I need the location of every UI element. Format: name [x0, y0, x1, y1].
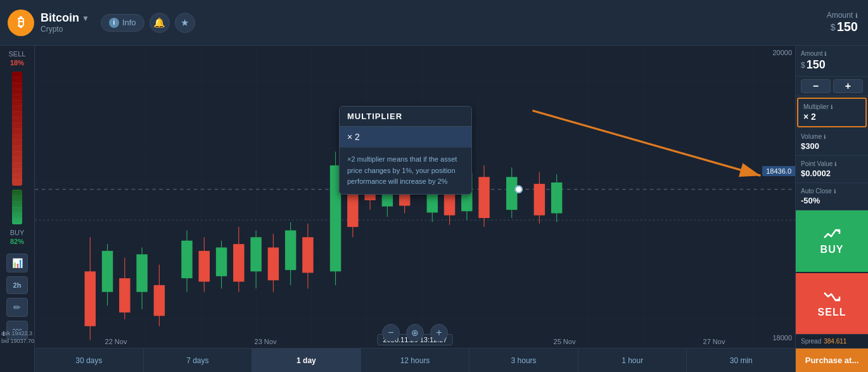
sell-button[interactable]: SELL — [796, 273, 868, 335]
svg-rect-20 — [233, 244, 244, 281]
left-sidebar: SELL 18% BUY 82% 📊 2h ✏ 〰 ask 19422.3 11… — [0, 46, 35, 372]
svg-rect-24 — [268, 248, 279, 281]
point-value-section: Point Value ℹ $0.0002 — [796, 156, 868, 183]
asset-type: Crypto — [41, 25, 89, 34]
crosshair-btn[interactable]: ⊕ — [406, 324, 424, 342]
amount-minus-btn[interactable]: − — [801, 79, 831, 93]
svg-rect-10 — [136, 254, 147, 292]
sell-bar — [12, 72, 22, 186]
amount-section-label: Amount — [801, 50, 822, 57]
dropdown-icon[interactable]: ▼ — [82, 14, 89, 23]
tf-30min[interactable]: 30 min — [687, 349, 795, 372]
chart-controls: − ⊕ + — [382, 324, 448, 342]
amount-currency: $ — [831, 22, 836, 32]
amount-number: 150 — [807, 58, 826, 72]
amount-label: Amount — [827, 11, 853, 20]
svg-rect-4 — [85, 271, 96, 326]
sell-percent: 18% — [10, 58, 24, 67]
ask-info-icon: ℹ — [3, 330, 5, 337]
chart-svg — [35, 46, 795, 372]
buy-chart-icon — [823, 226, 841, 241]
amount-plus-btn[interactable]: + — [833, 79, 863, 93]
volume-label: Volume — [801, 133, 822, 140]
svg-rect-18 — [216, 248, 227, 276]
zoom-out-btn[interactable]: − — [382, 324, 400, 342]
auto-close-info-icon: ℹ — [834, 188, 836, 195]
chart-area: 20000 18000 18436.0 MULTIPLIER × 2 ×2 mu… — [35, 46, 795, 372]
info-icon: i — [109, 18, 119, 28]
auto-close-value: -50% — [801, 196, 863, 205]
multiplier-popup: MULTIPLIER × 2 ×2 multiplier means that … — [339, 106, 472, 195]
point-value-display: $0.0002 — [801, 169, 863, 178]
volume-section: Volume ℹ $300 — [796, 129, 868, 156]
spread-section: Spread 384.611 — [796, 334, 868, 348]
tf-12hours[interactable]: 12 hours — [361, 349, 470, 372]
spread-value: 384.611 — [824, 338, 846, 345]
draw-icon-btn[interactable]: ✏ — [6, 298, 28, 317]
tf-30days[interactable]: 30 days — [35, 349, 144, 372]
svg-rect-28 — [302, 237, 313, 273]
buy-bar — [12, 189, 22, 224]
timeframe-bar: 30 days 7 days 1 day 12 hours 3 hours 1 … — [35, 348, 795, 372]
tf-1hour[interactable]: 1 hour — [578, 349, 687, 372]
svg-rect-48 — [506, 177, 517, 210]
tf-1day[interactable]: 1 day — [252, 349, 361, 372]
svg-rect-8 — [119, 278, 130, 312]
amount-section: Amount ℹ $ 150 — [796, 46, 868, 77]
tf-3hours[interactable]: 3 hours — [469, 349, 578, 372]
multiplier-popup-option[interactable]: × 2 — [340, 127, 471, 148]
auto-close-section: Auto Close ℹ -50% — [796, 183, 868, 210]
star-button[interactable]: ★ — [175, 13, 195, 33]
point-value-label: Point Value — [801, 160, 833, 167]
info-button[interactable]: i Info — [101, 14, 144, 32]
multiplier-section: Multiplier ℹ × 2 — [797, 98, 867, 127]
right-panel: Amount ℹ $ 150 − + Multiplier ℹ × 2 Volu… — [795, 46, 868, 372]
svg-rect-14 — [181, 241, 192, 278]
amount-controls: − + — [796, 77, 868, 96]
multiplier-value-display[interactable]: × 2 — [803, 112, 860, 122]
spread-label: Spread — [801, 338, 821, 345]
svg-rect-46 — [478, 177, 489, 218]
purchase-button[interactable]: Purchase at... — [796, 348, 868, 372]
sell-label: SELL — [9, 49, 26, 58]
svg-rect-51 — [534, 184, 545, 215]
current-price-label: 18436.0 — [762, 166, 795, 176]
svg-rect-6 — [102, 251, 113, 292]
amount-dollar: $ — [801, 61, 805, 70]
svg-rect-26 — [285, 231, 296, 271]
bitcoin-logo: ₿ — [8, 10, 34, 36]
volume-icon-btn[interactable]: 📊 — [6, 253, 28, 273]
multiplier-section-label: Multiplier — [803, 103, 829, 110]
svg-rect-0 — [35, 46, 795, 372]
ask-bid-label: ask 19422.3 11000 bid 19037.700000 — [1, 330, 35, 345]
buy-percent: 82% — [10, 237, 24, 246]
amount-info-icon: ℹ — [824, 51, 826, 57]
zoom-in-btn[interactable]: + — [430, 324, 448, 342]
tf-7days[interactable]: 7 days — [144, 349, 253, 372]
timeframe-btn[interactable]: 2h — [6, 276, 28, 294]
multiplier-info-icon: ℹ — [831, 104, 833, 110]
sell-chart-icon — [823, 289, 841, 304]
svg-rect-22 — [250, 237, 261, 271]
amount-value-header: 150 — [837, 20, 858, 34]
top-price-label: 20000 — [772, 49, 792, 56]
buy-button[interactable]: BUY — [796, 210, 868, 273]
multiplier-popup-desc: ×2 multiplier means that if the asset pr… — [340, 148, 471, 194]
asset-name: Bitcoin — [41, 11, 79, 25]
volume-value: $300 — [801, 141, 863, 151]
svg-rect-16 — [199, 251, 210, 282]
point-value-info-icon: ℹ — [834, 161, 836, 167]
auto-close-label: Auto Close — [801, 188, 832, 195]
notification-button[interactable]: 🔔 — [150, 13, 170, 33]
svg-point-49 — [515, 186, 522, 193]
volume-info-icon: ℹ — [824, 134, 826, 140]
svg-rect-53 — [551, 183, 562, 214]
svg-rect-12 — [154, 285, 165, 316]
multiplier-popup-header: MULTIPLIER — [340, 106, 471, 127]
buy-label: BUY — [10, 228, 25, 237]
info-amount-icon: ℹ — [855, 12, 858, 19]
